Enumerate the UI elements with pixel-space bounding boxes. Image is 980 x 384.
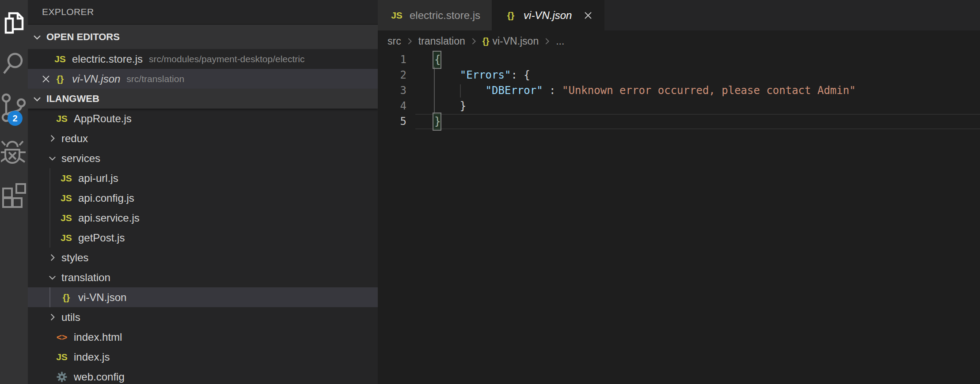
chevron-right-icon bbox=[46, 133, 58, 144]
breadcrumb-item-...[interactable]: ... bbox=[556, 35, 564, 47]
tree-item-api-url.js[interactable]: JSapi-url.js bbox=[28, 168, 378, 188]
tree-item-web.config[interactable]: web.config bbox=[28, 367, 378, 384]
file-tree: JSAppRoute.jsreduxservicesJSapi-url.jsJS… bbox=[28, 109, 378, 384]
scm-badge: 2 bbox=[8, 111, 23, 126]
json-file-icon: {} bbox=[53, 74, 68, 84]
tree-item-label: api.config.js bbox=[78, 192, 134, 204]
js-file-icon: JS bbox=[389, 10, 404, 21]
breadcrumb-separator-icon bbox=[406, 38, 414, 45]
chevron-right-icon bbox=[46, 312, 58, 323]
code-line-3[interactable]: 3 "DBError" : "Unknown error occurred, p… bbox=[378, 83, 980, 98]
section-title: OPEN EDITORS bbox=[46, 31, 120, 43]
tree-item-index.js[interactable]: JSindex.js bbox=[28, 347, 378, 367]
js-file-icon: JS bbox=[59, 233, 74, 243]
json-file-icon: {} bbox=[59, 292, 74, 303]
tree-item-redux[interactable]: redux bbox=[28, 128, 378, 148]
breadcrumb-label: translation bbox=[418, 35, 465, 47]
activity-item-debug[interactable] bbox=[0, 133, 28, 174]
tree-item-label: utils bbox=[61, 311, 80, 324]
json-file-icon: {} bbox=[503, 10, 518, 21]
tree-indent-guide bbox=[49, 228, 50, 248]
code-editor[interactable]: 1{2 "Errors": {3 "DBError" : "Unknown er… bbox=[378, 52, 980, 384]
breadcrumb-label: ... bbox=[556, 35, 564, 47]
js-file-icon: JS bbox=[54, 113, 69, 124]
chevron-down-icon bbox=[31, 93, 43, 105]
tab-bar: JSelectric.store.js{}vi-VN.json bbox=[378, 0, 980, 30]
tree-item-getPost.js[interactable]: JSgetPost.js bbox=[28, 228, 378, 248]
section-title: ILANGWEB bbox=[46, 93, 99, 105]
current-line-highlight bbox=[415, 114, 980, 129]
close-icon[interactable] bbox=[39, 74, 53, 84]
open-editor-path: src/modules/payment-desktop/electric bbox=[149, 54, 304, 64]
code-text: } bbox=[434, 98, 466, 114]
json-file-icon: {} bbox=[482, 36, 490, 46]
breadcrumb-separator-icon bbox=[543, 38, 551, 45]
js-file-icon: JS bbox=[54, 352, 69, 362]
section-header-open-editors[interactable]: OPEN EDITORS bbox=[28, 25, 378, 49]
tree-item-label: index.js bbox=[74, 351, 110, 363]
code-line-4[interactable]: 4 } bbox=[378, 98, 980, 114]
code-text: "DBError" : "Unknown error occurred, ple… bbox=[434, 83, 856, 98]
js-file-icon: JS bbox=[59, 193, 74, 203]
line-number: 2 bbox=[378, 68, 406, 83]
breadcrumb-separator-icon bbox=[470, 38, 478, 45]
editor-group: JSelectric.store.js{}vi-VN.json srctrans… bbox=[378, 0, 980, 384]
tab-label: electric.store.js bbox=[410, 9, 480, 22]
sidebar-title: EXPLORER bbox=[28, 0, 378, 25]
activity-bar: 2 bbox=[0, 0, 28, 384]
tree-item-api.config.js[interactable]: JSapi.config.js bbox=[28, 188, 378, 208]
open-editor-electric.store.js[interactable]: JSelectric.store.jssrc/modules/payment-d… bbox=[28, 49, 378, 69]
open-editor-vi-VN.json[interactable]: {}vi-VN.jsonsrc/translation bbox=[28, 69, 378, 89]
tree-item-label: vi-VN.json bbox=[78, 291, 126, 304]
activity-item-extensions[interactable] bbox=[0, 175, 28, 215]
tree-item-index.html[interactable]: <>index.html bbox=[28, 327, 378, 347]
line-number: 1 bbox=[378, 52, 406, 68]
code-line-2[interactable]: 2 "Errors": { bbox=[378, 68, 980, 83]
tree-item-label: services bbox=[61, 152, 100, 165]
breadcrumb-label: src bbox=[387, 35, 401, 47]
breadcrumb-item-vi-VN.json[interactable]: {}vi-VN.json bbox=[482, 35, 539, 47]
explorer-sidebar: EXPLORER OPEN EDITORS JSelectric.store.j… bbox=[28, 0, 378, 384]
activity-item-search[interactable] bbox=[0, 44, 28, 84]
open-editor-label: vi-VN.json bbox=[72, 73, 120, 85]
tree-item-label: styles bbox=[61, 252, 88, 264]
extensions-icon bbox=[1, 182, 27, 208]
chevron-down-icon bbox=[31, 31, 43, 43]
code-line-5[interactable]: 5} bbox=[378, 114, 980, 129]
chevron-right-icon bbox=[46, 252, 58, 264]
code-line-1[interactable]: 1{ bbox=[378, 52, 980, 68]
tree-item-label: api.service.js bbox=[78, 212, 140, 224]
line-number: 3 bbox=[378, 83, 406, 98]
tree-item-styles[interactable]: styles bbox=[28, 248, 378, 267]
js-file-icon: JS bbox=[59, 173, 74, 184]
js-file-icon: JS bbox=[53, 54, 68, 64]
tree-item-api.service.js[interactable]: JSapi.service.js bbox=[28, 208, 378, 228]
tab-vi-VN.json[interactable]: {}vi-VN.json bbox=[492, 0, 604, 30]
tree-item-label: index.html bbox=[74, 331, 122, 343]
breadcrumb: srctranslation{}vi-VN.json... bbox=[378, 30, 980, 52]
tree-item-utils[interactable]: utils bbox=[28, 307, 378, 327]
tree-item-label: getPost.js bbox=[78, 232, 125, 244]
tree-item-AppRoute.js[interactable]: JSAppRoute.js bbox=[28, 109, 378, 128]
activity-item-explorer[interactable] bbox=[0, 3, 28, 43]
close-icon[interactable] bbox=[583, 11, 593, 20]
tree-item-vi-VN.json[interactable]: {}vi-VN.json bbox=[28, 287, 378, 307]
code-text: { bbox=[434, 52, 441, 68]
open-editor-path: src/translation bbox=[126, 74, 184, 84]
tree-indent-guide bbox=[49, 287, 50, 307]
search-icon bbox=[1, 51, 27, 77]
code-text: } bbox=[434, 114, 441, 129]
tab-electric.store.js[interactable]: JSelectric.store.js bbox=[378, 0, 492, 30]
tree-item-label: redux bbox=[61, 132, 88, 145]
section-header-project[interactable]: ILANGWEB bbox=[28, 89, 378, 109]
tree-item-label: AppRoute.js bbox=[74, 113, 132, 125]
tree-item-label: web.config bbox=[74, 371, 125, 383]
tree-item-services[interactable]: services bbox=[28, 148, 378, 168]
tree-item-label: translation bbox=[61, 271, 110, 284]
open-editors-list: JSelectric.store.jssrc/modules/payment-d… bbox=[28, 49, 378, 89]
breadcrumb-item-translation[interactable]: translation bbox=[418, 35, 465, 47]
breadcrumb-item-src[interactable]: src bbox=[387, 35, 401, 47]
tree-item-translation[interactable]: translation bbox=[28, 267, 378, 287]
gear-file-icon bbox=[54, 371, 69, 383]
open-editor-label: electric.store.js bbox=[72, 53, 143, 65]
